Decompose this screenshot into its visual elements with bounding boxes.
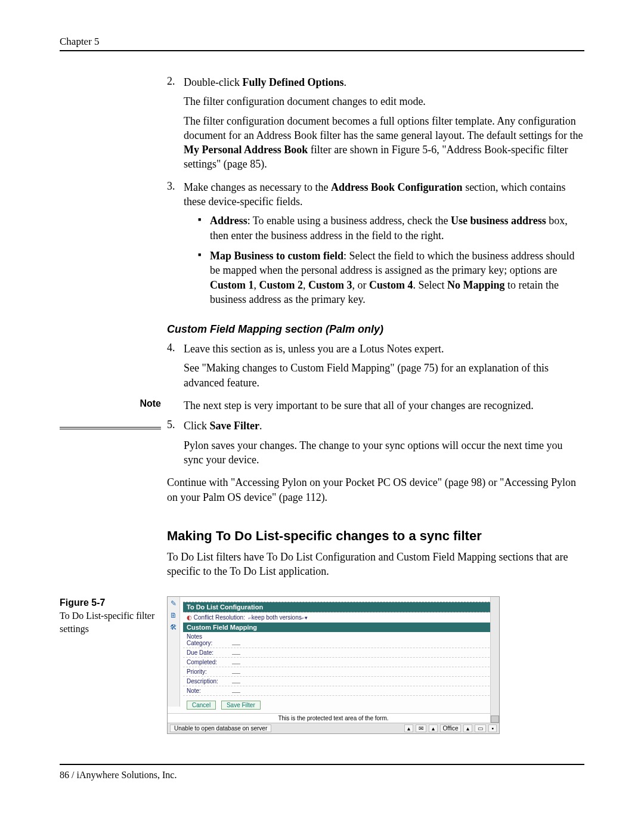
ss-field-due-date[interactable]: Due Date: bbox=[183, 648, 496, 658]
ss-field-completed[interactable]: Completed: bbox=[183, 658, 496, 667]
section-heading-todo: Making To Do List-specific changes to a … bbox=[167, 528, 584, 544]
ss-conflict-label: Conflict Resolution: bbox=[194, 614, 245, 621]
scrollbar[interactable] bbox=[490, 597, 499, 723]
ss-field-notes-category[interactable]: Notes Category: bbox=[183, 632, 496, 648]
tool-icon: 🛠 bbox=[168, 623, 179, 631]
status-dash-icon[interactable]: ▪ bbox=[488, 724, 497, 732]
ss-conflict-value[interactable]: keep both versions bbox=[252, 614, 302, 621]
page-icon: 🗎 bbox=[168, 611, 179, 620]
ss-conflict-row: ◐ Conflict Resolution: ⌐keep both versio… bbox=[183, 612, 496, 623]
note-label: Note bbox=[60, 398, 161, 409]
step-4-text: Leave this section as is, unless you are… bbox=[184, 343, 444, 355]
status-window-icon[interactable]: ▭ bbox=[475, 724, 486, 732]
note-text: The next step is very important to be su… bbox=[184, 398, 583, 413]
continue-paragraph: Continue with "Accessing Pylon on your P… bbox=[167, 475, 584, 504]
step-4: 4. Leave this section as is, unless you … bbox=[167, 342, 584, 390]
step-5-para1: Pylon saves your changes. The change to … bbox=[184, 438, 583, 467]
step-5: 5. Click Save Filter. Pylon saves your c… bbox=[167, 419, 584, 467]
doc-icon: ✎ bbox=[168, 599, 179, 608]
ss-protected-text: This is the protected text area of the f… bbox=[168, 713, 499, 723]
footer-text: 86 / iAnywhere Solutions, Inc. bbox=[60, 770, 584, 781]
status-up2-icon[interactable]: ▴ bbox=[429, 724, 438, 732]
status-up-icon[interactable]: ▴ bbox=[404, 724, 413, 732]
ss-field-note[interactable]: Note: bbox=[183, 686, 496, 696]
footer-rule bbox=[60, 764, 584, 765]
step-3-num: 3. bbox=[167, 180, 181, 193]
step-3-text: Make changes as necessary to the Address… bbox=[184, 181, 566, 208]
status-arrow-icon[interactable]: ▴ bbox=[463, 724, 472, 732]
screenshot-left-iconbar: ✎ 🗎 🛠 bbox=[168, 597, 180, 707]
running-header: Chapter 5 bbox=[60, 36, 584, 48]
ss-subhead-cfm: Custom Field Mapping bbox=[183, 623, 496, 632]
step-5-num: 5. bbox=[167, 419, 181, 431]
save-filter-button[interactable]: Save Filter bbox=[221, 701, 261, 710]
note-rule bbox=[60, 427, 161, 429]
step-4-num: 4. bbox=[167, 342, 181, 354]
figure-label: Figure 5-7 bbox=[60, 596, 161, 609]
cancel-button[interactable]: Cancel bbox=[187, 701, 216, 710]
header-rule bbox=[60, 50, 584, 51]
figure-caption-text: To Do List-specific filter settings bbox=[60, 611, 154, 634]
ss-status-message: Unable to open database on server bbox=[170, 724, 271, 732]
status-mail-icon[interactable]: ✉ bbox=[416, 724, 426, 732]
ss-field-description[interactable]: Description: bbox=[183, 677, 496, 686]
step-2: 2. Double-click Fully Defined Options. T… bbox=[167, 75, 584, 172]
ss-field-priority[interactable]: Priority: bbox=[183, 667, 496, 677]
step-3: 3. Make changes as necessary to the Addr… bbox=[167, 180, 584, 312]
step-2-text: Double-click Fully Defined Options. bbox=[184, 76, 346, 88]
section-intro-todo: To Do List filters have To Do List Confi… bbox=[167, 550, 584, 579]
ss-title-todo-config: To Do List Configuration bbox=[183, 602, 496, 612]
step-2-para1: The filter configuration document change… bbox=[184, 94, 583, 109]
status-office[interactable]: Office bbox=[440, 724, 462, 732]
figure-caption: Figure 5-7 To Do List-specific filter se… bbox=[60, 596, 161, 635]
step-2-num: 2. bbox=[167, 75, 181, 88]
screenshot-todo-config: ✎ 🗎 🛠 To Do List Configuration ◐ Conflic… bbox=[167, 596, 500, 734]
ss-status-bar: Unable to open database on server ▴ ✉ ▴ … bbox=[168, 723, 499, 733]
step-5-text: Click Save Filter. bbox=[184, 420, 262, 432]
step-4-para1: See "Making changes to Custom Field Mapp… bbox=[184, 361, 583, 390]
bullet-address: Address: To enable using a business addr… bbox=[198, 213, 583, 243]
subhead-custom-field-mapping: Custom Field Mapping section (Palm only) bbox=[167, 323, 584, 336]
step-2-para2: The filter configuration document become… bbox=[184, 114, 583, 172]
bullet-map-business: Map Business to custom field: Select the… bbox=[198, 249, 583, 306]
